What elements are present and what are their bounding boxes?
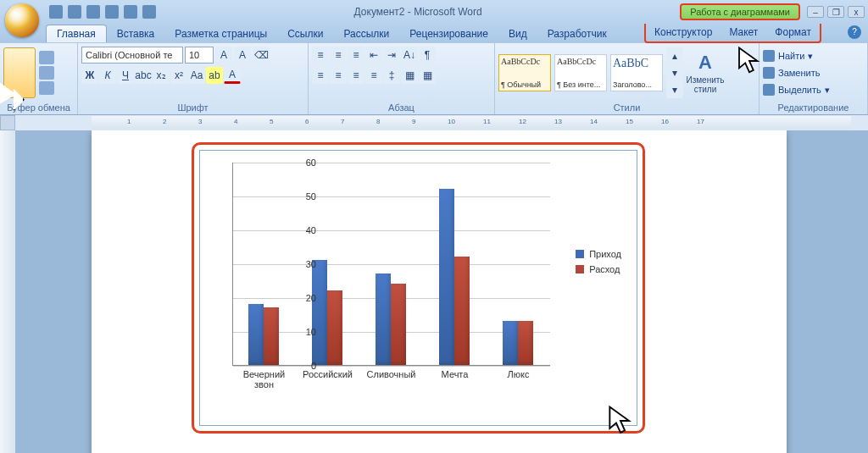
styles-more-icon[interactable]: ▾: [666, 81, 683, 98]
chart-bar[interactable]: [439, 189, 454, 365]
chart-xlabel: Российский: [296, 369, 359, 379]
replace-button[interactable]: Заменить: [763, 65, 820, 80]
horizontal-ruler[interactable]: 1234567891011121314151617: [92, 116, 851, 130]
ruler-corner[interactable]: [0, 115, 15, 130]
title-bar: Документ2 - Microsoft Word Работа с диаг…: [0, 0, 868, 24]
chart-bar[interactable]: [312, 260, 327, 365]
styles-row-up-icon[interactable]: ▴: [666, 47, 683, 64]
chart-tools-tabs: Конструктор Макет Формат: [644, 24, 821, 43]
format-painter-icon[interactable]: [39, 81, 54, 95]
tab-developer[interactable]: Разработчик: [537, 25, 617, 42]
qat-icon-5[interactable]: [124, 5, 137, 19]
tab-mailings[interactable]: Рассылки: [333, 25, 399, 42]
chart-bar[interactable]: [454, 257, 470, 365]
chart-bar[interactable]: [264, 307, 279, 365]
italic-button[interactable]: К: [99, 67, 116, 84]
sort-icon[interactable]: A↓: [401, 47, 418, 64]
subscript-button[interactable]: x₂: [153, 67, 170, 84]
multilevel-icon[interactable]: ≡: [348, 47, 364, 64]
paste-button[interactable]: [3, 47, 36, 98]
increase-indent-icon[interactable]: ⇥: [383, 47, 400, 64]
change-case-button[interactable]: Aa: [188, 67, 205, 84]
tab-chart-format[interactable]: Формат: [766, 24, 820, 41]
numbering-icon[interactable]: ≡: [330, 47, 347, 64]
tab-chart-layout[interactable]: Макет: [721, 24, 766, 41]
vertical-ruler[interactable]: [0, 130, 15, 453]
maximize-button[interactable]: ❐: [827, 6, 844, 18]
tab-page-layout[interactable]: Разметка страницы: [164, 25, 277, 42]
style-normal[interactable]: AaBbCcDc ¶ Обычный: [498, 54, 551, 91]
align-right-icon[interactable]: ≡: [348, 67, 364, 84]
redo-icon[interactable]: [86, 5, 100, 19]
chart-ytick: 40: [306, 225, 316, 235]
clear-formatting-icon[interactable]: ⌫: [253, 47, 270, 64]
superscript-button[interactable]: x²: [170, 67, 187, 84]
chart-xlabel: Вечерний звон: [232, 369, 296, 389]
highlight-button[interactable]: ab: [206, 67, 223, 84]
chart-bar[interactable]: [503, 321, 518, 365]
find-button[interactable]: Найти▾: [763, 48, 813, 64]
cut-icon[interactable]: [39, 51, 54, 64]
office-button[interactable]: [5, 3, 39, 37]
tab-insert[interactable]: Вставка: [107, 25, 165, 42]
undo-icon[interactable]: [68, 5, 81, 19]
group-clipboard: Буфер обмена: [0, 43, 78, 114]
legend-item[interactable]: Приход: [576, 249, 621, 259]
chart-bar[interactable]: [248, 304, 264, 365]
styles-row-down-icon[interactable]: ▾: [666, 64, 683, 81]
tab-view[interactable]: Вид: [498, 25, 537, 42]
cursor-pointer-icon: [737, 46, 762, 76]
cursor-pointer-icon: [607, 405, 634, 437]
grow-font-icon[interactable]: A: [215, 47, 232, 64]
tab-home[interactable]: Главная: [46, 25, 107, 42]
line-spacing-icon[interactable]: ‡: [383, 67, 400, 84]
quick-access-toolbar: [49, 5, 156, 19]
page[interactable]: ПриходРасход 0102030405060Вечерний звонР…: [92, 130, 787, 453]
chart-legend[interactable]: ПриходРасход: [576, 244, 621, 279]
strike-button[interactable]: abc: [135, 67, 152, 84]
chart-ytick: 60: [306, 157, 316, 168]
copy-icon[interactable]: [39, 66, 54, 80]
select-button[interactable]: Выделить▾: [763, 82, 830, 97]
align-left-icon[interactable]: ≡: [312, 67, 329, 84]
qat-icon-4[interactable]: [105, 5, 119, 19]
decrease-indent-icon[interactable]: ⇤: [365, 47, 382, 64]
shading-icon[interactable]: ▦: [401, 67, 418, 84]
help-button[interactable]: ?: [848, 25, 861, 39]
borders-icon[interactable]: ▦: [419, 67, 436, 84]
font-color-button[interactable]: A: [224, 67, 241, 84]
style-no-spacing[interactable]: AaBbCcDc ¶ Без инте...: [554, 54, 607, 91]
show-marks-icon[interactable]: ¶: [419, 47, 436, 64]
chart-object-highlight: ПриходРасход 0102030405060Вечерний звонР…: [192, 142, 645, 434]
underline-button[interactable]: Ч: [117, 67, 134, 84]
change-styles-button[interactable]: A Изменить стили: [687, 52, 724, 94]
group-label-font: Шрифт: [81, 101, 304, 114]
tab-chart-design[interactable]: Конструктор: [646, 24, 721, 41]
save-icon[interactable]: [49, 5, 63, 19]
shrink-font-icon[interactable]: A: [234, 47, 251, 64]
legend-item[interactable]: Расход: [576, 264, 621, 274]
chart-plot-area[interactable]: [232, 163, 550, 366]
window-title: Документ2 - Microsoft Word: [156, 6, 680, 18]
group-paragraph: ≡ ≡ ≡ ⇤ ⇥ A↓ ¶ ≡ ≡ ≡ ≡ ‡ ▦ ▦ Абзац: [309, 43, 495, 114]
chart-bar[interactable]: [376, 273, 391, 365]
tab-references[interactable]: Ссылки: [277, 25, 333, 42]
style-heading[interactable]: AaBbC Заголово...: [610, 54, 663, 91]
chart-bar[interactable]: [391, 284, 406, 365]
justify-icon[interactable]: ≡: [365, 67, 382, 84]
close-button[interactable]: x: [848, 6, 865, 18]
chart-bar[interactable]: [518, 321, 533, 365]
group-label-editing: Редактирование: [763, 101, 864, 114]
font-name-combo[interactable]: Calibri (Основной те: [81, 47, 183, 64]
chart-xlabel: Мечта: [423, 369, 487, 379]
bold-button[interactable]: Ж: [81, 67, 98, 84]
chart-object[interactable]: ПриходРасход 0102030405060Вечерний звонР…: [199, 150, 637, 426]
bullets-icon[interactable]: ≡: [312, 47, 329, 64]
font-size-combo[interactable]: 10: [185, 47, 214, 64]
minimize-button[interactable]: –: [807, 6, 824, 18]
tab-review[interactable]: Рецензирование: [399, 25, 498, 42]
align-center-icon[interactable]: ≡: [330, 67, 347, 84]
qat-dropdown-icon[interactable]: [142, 5, 156, 19]
chart-bar[interactable]: [327, 290, 342, 365]
chart-ytick: 20: [306, 293, 316, 303]
